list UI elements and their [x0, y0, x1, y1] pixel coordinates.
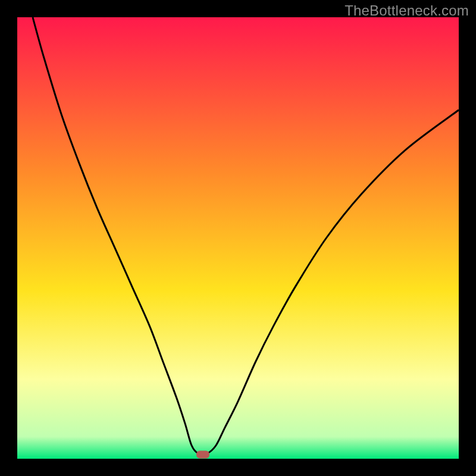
chart-frame: TheBottleneck.com: [0, 0, 476, 476]
bottleneck-chart: [17, 17, 459, 459]
watermark-text: TheBottleneck.com: [345, 2, 469, 19]
optimal-marker: [196, 450, 209, 458]
chart-background: [17, 17, 459, 459]
